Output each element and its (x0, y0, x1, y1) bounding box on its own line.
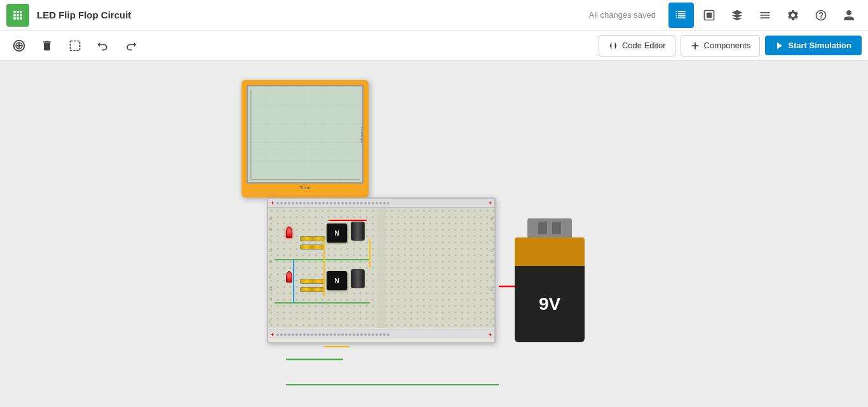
battery-voltage-label: 9V (539, 294, 560, 314)
components-button[interactable]: Components (681, 35, 761, 57)
svg-rect-19 (248, 86, 362, 183)
breadboard[interactable]: + + abcde fghij (267, 197, 496, 344)
svg-rect-24 (377, 208, 386, 328)
resistor-2[interactable] (300, 244, 324, 250)
battery-terminal-pos (552, 222, 561, 234)
nav-schematic[interactable] (668, 3, 694, 28)
play-icon (775, 41, 784, 50)
app-logo[interactable] (6, 4, 29, 27)
capacitor-2[interactable] (351, 269, 365, 288)
oscilloscope[interactable]: Voltage Time (241, 80, 369, 197)
nav-help[interactable] (808, 3, 834, 28)
resistor-3[interactable] (300, 279, 325, 284)
project-title: LED Flip Flop Circuit (37, 10, 588, 20)
delete-tool[interactable] (34, 33, 60, 58)
save-status: All changes saved (588, 10, 656, 20)
bb-dot-grid (268, 208, 494, 328)
resistor-4[interactable] (300, 287, 324, 292)
toolbar: Code Editor Components Start Simulation (0, 30, 868, 61)
add-tool[interactable] (6, 33, 32, 58)
bb-row-labels-left: abcde fghij (269, 213, 272, 326)
bb-row-labels-right: abcde fghij (491, 213, 493, 326)
nav-bom[interactable] (752, 3, 778, 28)
battery[interactable]: 9V (515, 218, 585, 342)
osc-voltage-label: Voltage (360, 126, 363, 143)
capacitor-1[interactable] (351, 222, 365, 241)
battery-body-main: 9V (515, 266, 585, 342)
nav-settings[interactable] (780, 3, 806, 28)
start-simulation-button[interactable]: Start Simulation (765, 36, 862, 55)
undo-tool[interactable] (90, 33, 116, 58)
svg-marker-4 (777, 42, 782, 49)
code-editor-button[interactable]: Code Editor (599, 35, 675, 57)
svg-rect-1 (707, 12, 712, 17)
code-icon (608, 41, 618, 51)
plus-icon (690, 41, 700, 51)
resistor-1[interactable] (300, 236, 325, 241)
osc-time-label: Time (247, 185, 363, 190)
select-tool[interactable] (62, 33, 88, 58)
redo-tool[interactable] (118, 33, 144, 58)
nav-pcb[interactable] (696, 3, 722, 28)
toolbar-actions: Code Editor Components Start Simulation (599, 35, 862, 57)
nav-profile[interactable] (836, 3, 862, 28)
led-2[interactable] (286, 271, 292, 283)
nav-icons (668, 3, 862, 28)
led-1[interactable] (286, 227, 292, 238)
bb-bottom-rail: + + (268, 330, 494, 338)
battery-terminals (527, 218, 572, 237)
transistor-1[interactable]: N (327, 224, 347, 243)
bb-top-rail: + + (268, 199, 494, 208)
bb-main-area: abcde fghij abcde fghij N N (268, 208, 494, 328)
battery-body-top (515, 237, 585, 266)
svg-rect-3 (71, 41, 80, 50)
transistor-2[interactable]: N (327, 271, 347, 290)
osc-screen: Voltage (247, 85, 363, 183)
canvas-area[interactable]: Voltage Time + + (0, 61, 868, 407)
battery-terminal-neg (538, 222, 547, 234)
top-navbar: LED Flip Flop Circuit All changes saved (0, 0, 868, 30)
nav-3d[interactable] (724, 3, 750, 28)
